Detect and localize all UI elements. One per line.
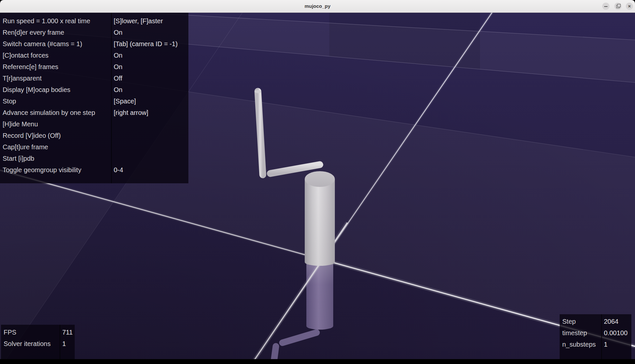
close-icon: × — [628, 3, 631, 9]
fps-panel: FPS 711 Solver iterations 1 — [1, 325, 75, 359]
menu-row-contact-forces: [C]ontact forces On — [0, 50, 188, 61]
menu-label: Ren[d]er every frame — [0, 27, 111, 38]
menu-label: Record [V]ideo (Off) — [0, 130, 111, 141]
menu-row-switch-camera: Switch camera (#cams = 1) [Tab] (camera … — [0, 38, 188, 50]
menu-label: [C]ontact forces — [0, 50, 111, 61]
menu-label: Referenc[e] frames — [0, 61, 111, 73]
minimize-button[interactable] — [602, 3, 609, 10]
shortcut-menu-panel: Run speed = 1.000 x real time [S]lower, … — [0, 12, 188, 183]
sim-stats-panel: Step 2064 timestep 0.00100 n_substeps 1 — [560, 314, 631, 359]
menu-label: Display [M]ocap bodies — [0, 84, 111, 96]
menu-divider — [111, 12, 112, 183]
menu-value: [right arrow] — [111, 107, 148, 118]
menu-row-toggle-geomgroup: Toggle geomgroup visibility 0-4 — [0, 164, 188, 176]
menu-row-hide-menu: [H]ide Menu — [0, 118, 188, 130]
timestep-value: 0.00100 — [601, 327, 627, 339]
menu-row-run-speed: Run speed = 1.000 x real time [S]lower, … — [0, 15, 188, 27]
menu-label: Switch camera (#cams = 1) — [0, 38, 111, 50]
menu-label: Start [i]pdb — [0, 153, 111, 164]
menu-row-mocap-bodies: Display [M]ocap bodies On — [0, 84, 188, 96]
menu-row-start-ipdb: Start [i]pdb — [0, 153, 188, 164]
step-row: Step 2064 — [560, 316, 631, 327]
menu-label: [H]ide Menu — [0, 118, 111, 130]
menu-label: Cap[t]ure frame — [0, 141, 111, 153]
fps-label: FPS — [1, 327, 60, 338]
menu-row-render-every-frame: Ren[d]er every frame On — [0, 27, 188, 38]
n-substeps-label: n_substeps — [560, 339, 601, 350]
menu-value: 0-4 — [111, 164, 123, 176]
n-substeps-row: n_substeps 1 — [560, 339, 631, 350]
solver-iterations-row: Solver iterations 1 — [1, 338, 75, 350]
mujoco-window: Run speed = 1.000 x real time [S]lower, … — [0, 0, 635, 364]
menu-value: On — [111, 84, 123, 96]
menu-label: Run speed = 1.000 x real time — [0, 15, 111, 27]
fps-panel-divider — [60, 325, 60, 359]
bottom-black-bar — [0, 359, 635, 364]
menu-row-record-video: Record [V]ideo (Off) — [0, 130, 188, 141]
timestep-label: timestep — [560, 327, 601, 339]
solver-iterations-label: Solver iterations — [1, 338, 60, 350]
restore-button[interactable] — [614, 3, 622, 10]
minimize-icon — [604, 6, 607, 7]
menu-value: On — [111, 61, 123, 73]
n-substeps-value: 1 — [601, 339, 607, 350]
menu-value: [Tab] (camera ID = -1) — [111, 38, 178, 50]
step-value: 2064 — [601, 316, 619, 327]
menu-row-capture-frame: Cap[t]ure frame — [0, 141, 188, 153]
menu-value: Off — [111, 73, 122, 84]
menu-row-transparent: T[r]ansparent Off — [0, 73, 188, 84]
step-label: Step — [560, 316, 601, 327]
menu-row-stop: Stop [Space] — [0, 96, 188, 107]
title-bar: mujoco_py × — [0, 0, 635, 13]
restore-icon-front — [617, 4, 621, 7]
solver-iterations-value: 1 — [60, 338, 66, 350]
sim-stats-divider — [601, 314, 602, 359]
menu-value: [S]lower, [F]aster — [111, 15, 163, 27]
fps-row: FPS 711 — [1, 327, 75, 338]
fps-value: 711 — [60, 327, 73, 338]
menu-row-advance-one-step: Advance simulation by one step [right ar… — [0, 107, 188, 118]
menu-label: Advance simulation by one step — [0, 107, 111, 118]
timestep-row: timestep 0.00100 — [560, 327, 631, 339]
menu-label: T[r]ansparent — [0, 73, 111, 84]
menu-label: Stop — [0, 96, 111, 107]
menu-value: [Space] — [111, 96, 136, 107]
menu-value: On — [111, 27, 123, 38]
menu-row-reference-frames: Referenc[e] frames On — [0, 61, 188, 73]
menu-value: On — [111, 50, 123, 61]
menu-label: Toggle geomgroup visibility — [0, 164, 111, 176]
close-button[interactable]: × — [626, 3, 633, 10]
window-title: mujoco_py — [0, 0, 635, 12]
